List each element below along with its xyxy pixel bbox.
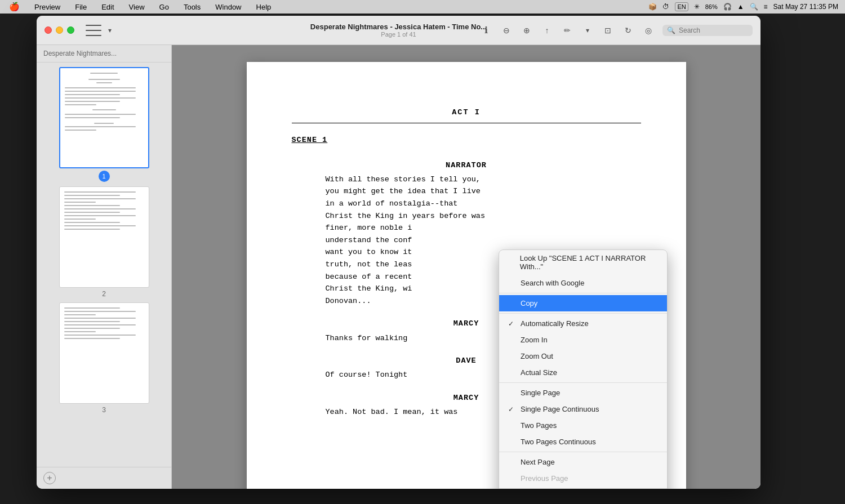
ctx-two-pages-label: Two Pages [521, 421, 557, 430]
app-window: ▾ Desperate Nightmares - Jessica Hatem -… [37, 16, 760, 489]
ctx-separator-3 [499, 382, 667, 383]
ctx-two-pages-cont-label: Two Pages Continuous [521, 438, 596, 446]
page-thumb-1[interactable]: 1 [41, 67, 167, 182]
menu-go[interactable]: Go [157, 2, 171, 12]
add-page-button[interactable]: + [43, 472, 56, 484]
sidebar-header: Desperate Nightmares... [37, 45, 171, 63]
menu-file[interactable]: File [73, 2, 89, 12]
markup-icon[interactable]: ✏ [561, 24, 573, 37]
ctx-auto-resize-label: Automatically Resize [521, 319, 589, 328]
page-num-2: 2 [102, 290, 106, 298]
close-button[interactable] [45, 26, 52, 34]
headphones-icon[interactable]: 🎧 [723, 3, 732, 11]
ctx-prev-page[interactable]: Previous Page [499, 470, 667, 487]
sidebar-add-area: + [37, 467, 171, 489]
ctx-separator-1 [499, 293, 667, 293]
ctx-separator-5 [499, 488, 667, 489]
character-narrator: NARRATOR [292, 160, 641, 171]
ctx-single-page[interactable]: Single Page [499, 385, 667, 401]
title-bar: ▾ Desperate Nightmares - Jessica Hatem -… [37, 16, 760, 45]
zoom-in-icon[interactable]: ⊕ [521, 24, 533, 37]
spotlight-icon[interactable]: 🔍 [750, 3, 758, 11]
page-thumbnail-3[interactable] [59, 302, 149, 404]
menu-window[interactable]: Window [213, 2, 243, 12]
rotate-icon[interactable]: ↻ [622, 24, 634, 37]
ctx-next-page[interactable]: Next Page [499, 454, 667, 470]
share-icon[interactable]: ↑ [541, 24, 553, 37]
ctx-two-pages[interactable]: Two Pages [499, 417, 667, 434]
ctx-zoom-out-label: Zoom Out [521, 352, 553, 360]
zoom-out-icon[interactable]: ⊖ [500, 24, 513, 37]
main-layout: Desperate Nightmares... [37, 45, 760, 489]
apple-menu[interactable]: 🍎 [7, 1, 22, 13]
menu-view[interactable]: View [127, 2, 147, 12]
fullscreen-button[interactable] [67, 26, 74, 34]
ctx-single-page-cont[interactable]: ✓ Single Page Continuous [499, 401, 667, 417]
page-thumbnail-1[interactable] [59, 67, 149, 168]
ctx-zoom-in[interactable]: Zoom In [499, 332, 667, 348]
ctx-separator-4 [499, 452, 667, 452]
ctx-separator-2 [499, 313, 667, 314]
menubar: 🍎 Preview File Edit View Go Tools Window… [0, 0, 845, 14]
crop-icon[interactable]: ⊡ [602, 24, 614, 37]
page-badge-1: 1 [99, 171, 110, 182]
ctx-check-single-page-cont: ✓ [508, 405, 516, 413]
act-heading: ACT I [292, 107, 641, 123]
bluetooth-icon[interactable]: ✳ [694, 3, 700, 11]
chevron-down-icon[interactable]: ▾ [108, 26, 112, 34]
window-title: Desperate Nightmares - Jessica Hatem - T… [310, 23, 487, 31]
menu-preview[interactable]: Preview [32, 2, 63, 12]
page-thumb-2[interactable]: 2 [41, 186, 167, 298]
ctx-copy-label: Copy [521, 299, 537, 307]
datetime: Sat May 27 11:35 PM [773, 3, 838, 11]
toolbar-icons: ℹ ⊖ ⊕ ↑ ✏ ▾ ⊡ ↻ ◎ 🔍 [480, 24, 753, 37]
ctx-actual-size[interactable]: Actual Size [499, 364, 667, 381]
menu-edit[interactable]: Edit [99, 2, 116, 12]
search-input[interactable] [679, 26, 746, 34]
menu-help[interactable]: Help [254, 2, 274, 12]
ctx-search-google[interactable]: Search with Google [499, 275, 667, 291]
scene-heading: SCENE 1 [292, 135, 641, 146]
ctx-check-auto-resize: ✓ [508, 320, 516, 328]
markup-chevron-icon[interactable]: ▾ [581, 24, 594, 37]
time-machine-icon[interactable]: ⏱ [662, 3, 669, 11]
menu-tools[interactable]: Tools [181, 2, 203, 12]
document-area[interactable]: ACT I SCENE 1 NARRATOR With all these st… [172, 45, 760, 489]
ctx-look-up[interactable]: Look Up "SCENE 1 ACT I NARRATOR With..." [499, 250, 667, 275]
traffic-lights [45, 26, 74, 34]
dropbox-icon[interactable]: 📦 [648, 3, 657, 11]
search-icon: 🔍 [667, 26, 675, 34]
ctx-two-pages-cont[interactable]: Two Pages Continuous [499, 434, 667, 450]
sidebar-pages: 1 [37, 63, 171, 467]
ctx-single-page-label: Single Page [521, 389, 560, 397]
page-thumb-3[interactable]: 3 [41, 302, 167, 414]
ctx-prev-page-label: Previous Page [521, 474, 568, 483]
ctx-actual-size-label: Actual Size [521, 368, 557, 377]
page-thumbnail-2[interactable] [59, 186, 149, 288]
ctx-search-google-label: Search with Google [521, 279, 584, 287]
window-title-area: Desperate Nightmares - Jessica Hatem - T… [310, 23, 487, 38]
sidebar-toggle-button[interactable] [86, 25, 101, 36]
ctx-zoom-out[interactable]: Zoom Out [499, 348, 667, 364]
sidebar: Desperate Nightmares... [37, 45, 172, 489]
battery-status: 86% [705, 3, 718, 10]
context-menu: Look Up "SCENE 1 ACT I NARRATOR With..."… [499, 249, 668, 489]
notification-icon[interactable]: ≡ [764, 3, 768, 11]
ctx-look-up-label: Look Up "SCENE 1 ACT I NARRATOR With..." [520, 254, 658, 271]
ctx-copy[interactable]: Copy [499, 295, 667, 311]
ctx-auto-resize[interactable]: ✓ Automatically Resize [499, 315, 667, 332]
annotate-icon[interactable]: ◎ [642, 24, 655, 37]
ctx-next-page-label: Next Page [521, 458, 555, 466]
wifi-icon[interactable]: ▲ [737, 3, 744, 11]
menubar-right: 📦 ⏱ EN ✳ 86% 🎧 ▲ 🔍 ≡ Sat May 27 11:35 PM [648, 2, 838, 11]
minimize-button[interactable] [56, 26, 63, 34]
page-indicator: Page 1 of 41 [310, 31, 487, 38]
keyboard-icon[interactable]: EN [675, 2, 688, 11]
ctx-zoom-in-label: Zoom In [521, 336, 548, 344]
ctx-single-page-cont-label: Single Page Continuous [521, 405, 599, 413]
search-box[interactable]: 🔍 [662, 25, 753, 36]
page-num-3: 3 [102, 406, 106, 414]
